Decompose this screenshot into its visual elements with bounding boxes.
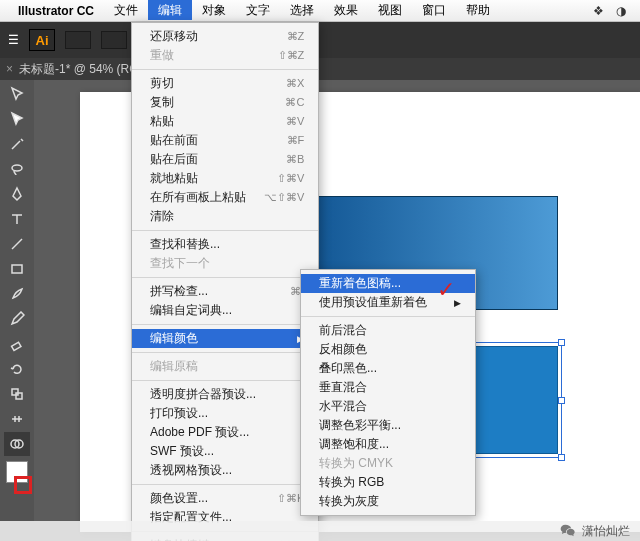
menu-item-label: 调整色彩平衡... [319,417,461,434]
menu-item[interactable]: 剪切⌘X [132,74,318,93]
menubar-item-窗口[interactable]: 窗口 [412,0,456,20]
menu-item: 重做⇧⌘Z [132,46,318,65]
type-tool[interactable] [4,207,30,231]
document-tabrow: × 未标题-1* @ 54% (RG [0,58,640,80]
menu-item[interactable]: 重新着色图稿... [301,274,475,293]
stroke-color-chip[interactable] [14,476,32,494]
width-tool[interactable] [4,407,30,431]
menu-item[interactable]: 查找和替换... [132,235,318,254]
menu-item[interactable]: 打印预设... [132,404,318,423]
edit-menu: 还原移动⌘Z重做⇧⌘Z剪切⌘X复制⌘C粘贴⌘V贴在前面⌘F贴在后面⌘B就地粘贴⇧… [131,22,319,541]
menu-item[interactable]: 调整色彩平衡... [301,416,475,435]
menu-item-label: 编辑自定词典... [150,302,304,319]
control-stroke[interactable] [101,31,127,49]
lasso-tool[interactable] [4,157,30,181]
menu-item[interactable]: 编辑颜色▶ [132,329,318,348]
menu-item[interactable]: 在所有画板上粘贴⌥⇧⌘V [132,188,318,207]
menu-item[interactable]: 贴在后面⌘B [132,150,318,169]
menubar-item-对象[interactable]: 对象 [192,0,236,20]
document-tab-label[interactable]: 未标题-1* @ 54% (RG [19,61,139,78]
edit-colors-submenu: 重新着色图稿...使用预设值重新着色▶前后混合反相颜色叠印黑色...垂直混合水平… [300,269,476,516]
menu-item-shortcut: ⌘F [287,134,305,147]
direct-selection-tool[interactable] [4,107,30,131]
menu-item[interactable]: 清除 [132,207,318,226]
paintbrush-tool[interactable] [4,282,30,306]
menu-item: 查找下一个 [132,254,318,273]
wechat-icon [560,522,576,541]
menu-item-label: 在所有画板上粘贴 [150,189,246,206]
menu-item[interactable]: 转换为 RGB [301,473,475,492]
menu-item-label: 编辑颜色 [150,330,283,347]
pencil-tool[interactable] [4,307,30,331]
menu-item[interactable]: 前后混合 [301,321,475,340]
menu-item[interactable]: 调整饱和度... [301,435,475,454]
menu-item-label: 调整饱和度... [319,436,461,453]
menu-item-label: SWF 预设... [150,443,304,460]
menu-item[interactable]: 复制⌘C [132,93,318,112]
shape-builder-tool[interactable] [4,432,30,456]
menu-item[interactable]: 转换为灰度 [301,492,475,511]
svg-rect-1 [12,265,22,273]
menu-item-label: 转换为 RGB [319,474,461,491]
pen-tool[interactable] [4,182,30,206]
svg-point-0 [12,165,22,171]
menubar-item-编辑[interactable]: 编辑 [148,0,192,20]
menu-item-label: 就地粘贴 [150,170,259,187]
menu-item[interactable]: 使用预设值重新着色▶ [301,293,475,312]
menu-item-shortcut: ⌥⇧⌘V [264,191,304,204]
magic-wand-tool[interactable] [4,132,30,156]
submenu-arrow-icon: ▶ [454,298,461,308]
menu-item[interactable]: 透明度拼合器预设... [132,385,318,404]
menubar-item-文字[interactable]: 文字 [236,0,280,20]
wechat-icon[interactable]: ❖ [587,4,610,18]
app-name: Illustrator CC [8,4,104,18]
control-swatch[interactable] [65,31,91,49]
menu-item[interactable]: 拼写检查...⌘I [132,282,318,301]
menubar-item-帮助[interactable]: 帮助 [456,0,500,20]
menu-item[interactable]: 垂直混合 [301,378,475,397]
menu-item-shortcut: ⇧⌘Z [278,49,305,62]
menu-item[interactable]: 反相颜色 [301,340,475,359]
svg-rect-2 [12,342,21,350]
menu-item[interactable]: 粘贴⌘V [132,112,318,131]
qq-icon[interactable]: ◑ [610,4,632,18]
menu-item[interactable]: Adobe PDF 预设... [132,423,318,442]
menubar-item-选择[interactable]: 选择 [280,0,324,20]
menu-item[interactable]: 就地粘贴⇧⌘V [132,169,318,188]
menu-item[interactable]: 颜色设置...⇧⌘K [132,489,318,508]
selection-tool[interactable] [4,82,30,106]
menu-item[interactable]: 编辑自定词典... [132,301,318,320]
eraser-tool[interactable] [4,332,30,356]
menubar-item-效果[interactable]: 效果 [324,0,368,20]
menu-item-shortcut: ⌘V [286,115,304,128]
menu-item-label: 还原移动 [150,28,269,45]
menu-item: 编辑原稿 [132,357,318,376]
menu-item-label: 使用预设值重新着色 [319,294,440,311]
line-tool[interactable] [4,232,30,256]
menu-item-label: 拼写检查... [150,283,272,300]
rotate-tool[interactable] [4,357,30,381]
footer-author: 潇怡灿烂 [582,523,630,540]
close-tab-icon[interactable]: × [6,62,13,76]
system-menubar: Illustrator CC 文件编辑对象文字选择效果视图窗口帮助 ❖ ◑ [0,0,640,22]
tool-panel [0,80,34,521]
menu-item-shortcut: ⌘C [285,96,304,109]
menu-item-label: 转换为 CMYK [319,455,461,472]
menu-item: 转换为 CMYK [301,454,475,473]
menu-item[interactable]: SWF 预设... [132,442,318,461]
menu-item-label: 贴在前面 [150,132,269,149]
scale-tool[interactable] [4,382,30,406]
svg-rect-4 [16,393,22,399]
menubar-item-文件[interactable]: 文件 [104,0,148,20]
menu-item[interactable]: 叠印黑色... [301,359,475,378]
menu-item[interactable]: 还原移动⌘Z [132,27,318,46]
menu-item[interactable]: 贴在前面⌘F [132,131,318,150]
menu-item-label: 前后混合 [319,322,461,339]
menu-item-shortcut: ⇧⌘V [277,172,304,185]
menu-item[interactable]: 透视网格预设... [132,461,318,480]
menu-item-label: 重做 [150,47,260,64]
menu-item[interactable]: 水平混合 [301,397,475,416]
menubar-item-视图[interactable]: 视图 [368,0,412,20]
menu-item-label: 查找下一个 [150,255,304,272]
rectangle-tool[interactable] [4,257,30,281]
